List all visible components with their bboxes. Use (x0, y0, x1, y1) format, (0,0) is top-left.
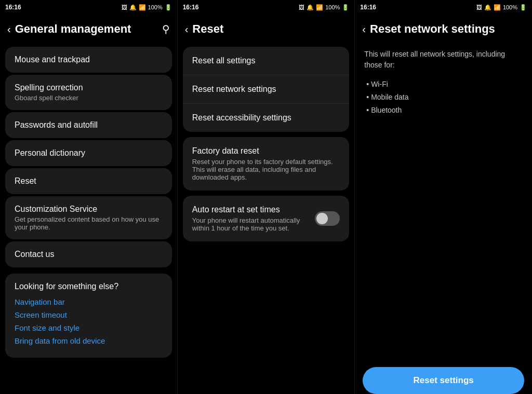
menu-item-custom-subtitle: Get personalized content based on how yo… (15, 215, 163, 231)
looking-title: Looking for something else? (15, 282, 163, 291)
network-items-list: Wi-Fi Mobile data Bluetooth (364, 78, 523, 117)
network-item-wifi: Wi-Fi (364, 78, 523, 91)
menu-item-spelling-subtitle: Gboard spell checker (15, 94, 163, 102)
status-bar-3: 16:16 🖼 🔔 📶 100% 🔋 (355, 0, 532, 15)
reset-all-settings-row[interactable]: Reset all settings (183, 47, 350, 75)
panel1-menu-list: Mouse and trackpad Spelling correction G… (0, 44, 177, 270)
menu-item-reset[interactable]: Reset (5, 168, 172, 194)
reset-group-2: Factory data reset Reset your phone to i… (183, 137, 350, 191)
panel3-title: Reset network settings (370, 22, 525, 36)
looking-link-font-size[interactable]: Font size and style (15, 323, 163, 332)
auto-restart-group: Auto restart at set times Your phone wil… (183, 196, 350, 241)
auto-restart-toggle[interactable] (315, 211, 340, 226)
panel1-header: ‹ General management ⚲ (0, 15, 177, 44)
reset-menu-list: Reset all settings Reset network setting… (178, 44, 355, 244)
reset-network-settings-row[interactable]: Reset network settings (183, 75, 350, 104)
back-icon-panel2[interactable]: ‹ (185, 23, 189, 35)
status-bars: 16:16 🖼 🔔 📶 100% 🔋 16:16 🖼 🔔 📶 100% 🔋 16… (0, 0, 532, 15)
reset-group-1: Reset all settings Reset network setting… (183, 47, 350, 132)
network-item-mobile-data: Mobile data (364, 91, 523, 104)
menu-item-mouse-trackpad-label: Mouse and trackpad (15, 55, 163, 64)
panels-container: ‹ General management ⚲ Mouse and trackpa… (0, 15, 532, 394)
time-2: 16:16 (183, 4, 199, 11)
menu-item-custom-label: Customization Service (15, 205, 163, 214)
reset-settings-button[interactable]: Reset settings (363, 367, 524, 394)
panel-reset-network: ‹ Reset network settings This will reset… (355, 15, 532, 394)
back-icon-panel3[interactable]: ‹ (362, 23, 366, 35)
factory-reset-label: Factory data reset (192, 146, 340, 156)
menu-item-passwords-autofill[interactable]: Passwords and autofill (5, 112, 172, 138)
menu-item-spelling-label: Spelling correction (15, 83, 163, 92)
status-bar-1: 16:16 🖼 🔔 📶 100% 🔋 (0, 0, 178, 15)
auto-restart-row[interactable]: Auto restart at set times Your phone wil… (183, 196, 350, 241)
auto-restart-subtitle: Your phone will restart automatically wi… (192, 216, 309, 232)
reset-all-label: Reset all settings (192, 56, 256, 65)
search-icon-panel1[interactable]: ⚲ (162, 23, 170, 35)
menu-item-reset-label: Reset (15, 176, 163, 186)
panel-general-management: ‹ General management ⚲ Mouse and trackpa… (0, 15, 178, 394)
panel2-header: ‹ Reset (178, 15, 355, 44)
panel-reset: ‹ Reset Reset all settings Reset network… (178, 15, 355, 394)
looking-link-navigation-bar[interactable]: Navigation bar (15, 297, 163, 306)
menu-item-customization-service[interactable]: Customization Service Get personalized c… (5, 196, 172, 239)
time-1: 16:16 (5, 4, 21, 11)
reset-network-label: Reset network settings (192, 85, 276, 94)
menu-item-passwords-label: Passwords and autofill (15, 120, 163, 130)
menu-item-contact-us[interactable]: Contact us (5, 241, 172, 267)
time-3: 16:16 (360, 4, 376, 11)
network-item-bluetooth: Bluetooth (364, 104, 523, 117)
status-bar-2: 16:16 🖼 🔔 📶 100% 🔋 (178, 0, 355, 15)
reset-accessibility-label: Reset accessibility settings (192, 113, 291, 123)
status-icons-3: 🖼 🔔 📶 100% 🔋 (476, 4, 527, 11)
panel3-header: ‹ Reset network settings (355, 15, 532, 44)
reset-accessibility-settings-row[interactable]: Reset accessibility settings (183, 104, 350, 132)
looking-for-section: Looking for something else? Navigation b… (5, 274, 172, 358)
status-icons-2: 🖼 🔔 📶 100% 🔋 (299, 4, 349, 11)
panel3-description: This will reset all network settings, in… (364, 49, 523, 71)
auto-restart-label: Auto restart at set times (192, 205, 309, 214)
looking-link-bring-data[interactable]: Bring data from old device (15, 336, 163, 345)
menu-item-personal-dict-label: Personal dictionary (15, 148, 163, 158)
menu-item-personal-dictionary[interactable]: Personal dictionary (5, 140, 172, 166)
menu-item-mouse-trackpad[interactable]: Mouse and trackpad (5, 47, 172, 73)
factory-reset-subtitle: Reset your phone to its factory default … (192, 158, 340, 181)
back-icon-panel1[interactable]: ‹ (7, 23, 11, 35)
looking-link-screen-timeout[interactable]: Screen timeout (15, 310, 163, 319)
menu-item-spelling-correction[interactable]: Spelling correction Gboard spell checker (5, 75, 172, 110)
panel3-content: This will reset all network settings, in… (355, 44, 532, 367)
panel1-title: General management (15, 22, 162, 36)
status-icons-1: 🖼 🔔 📶 100% 🔋 (122, 4, 172, 11)
factory-data-reset-row[interactable]: Factory data reset Reset your phone to i… (183, 137, 350, 191)
menu-item-contact-label: Contact us (15, 250, 163, 259)
panel2-title: Reset (192, 22, 347, 36)
